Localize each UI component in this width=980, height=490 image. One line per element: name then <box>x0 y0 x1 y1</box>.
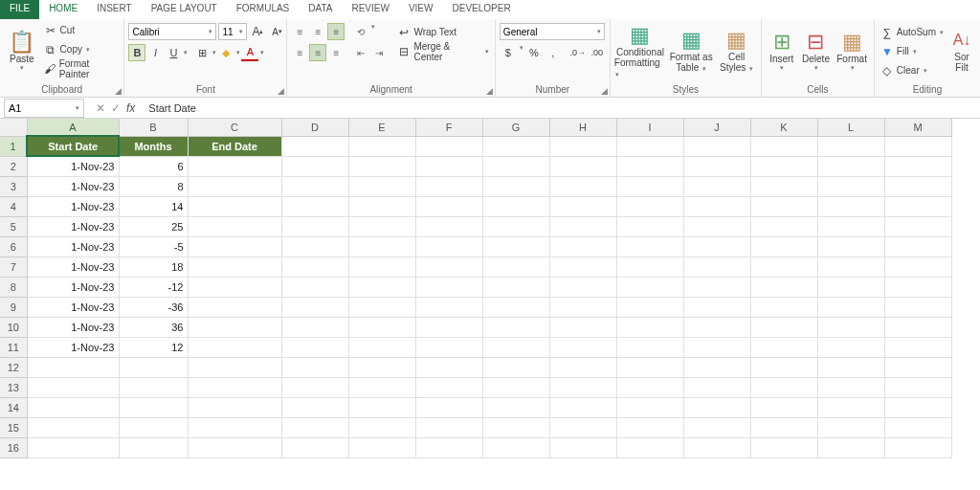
cell-J3[interactable] <box>683 176 750 196</box>
cell-E12[interactable] <box>348 357 415 377</box>
cell-L7[interactable] <box>817 256 884 277</box>
cell-H8[interactable] <box>549 277 616 297</box>
cell-I11[interactable] <box>616 337 683 357</box>
cell-A9[interactable]: 1-Nov-23 <box>27 297 119 317</box>
cancel-formula-icon[interactable]: ✕ <box>96 101 105 115</box>
cell-E7[interactable] <box>348 256 415 277</box>
cell-M2[interactable] <box>884 156 951 176</box>
cell-G2[interactable] <box>482 156 549 176</box>
cell-C15[interactable] <box>188 417 281 437</box>
cell-B9[interactable]: -36 <box>119 297 188 317</box>
cell-B1[interactable]: Months <box>119 136 188 156</box>
cell-H5[interactable] <box>549 216 616 236</box>
align-top-button[interactable]: ≡ <box>291 23 308 40</box>
cell-A3[interactable]: 1-Nov-23 <box>27 176 119 196</box>
cell-J15[interactable] <box>683 417 750 437</box>
align-right-button[interactable]: ≡ <box>327 44 345 61</box>
cell-D13[interactable] <box>281 377 348 397</box>
cell-K16[interactable] <box>750 437 817 457</box>
cell-D10[interactable] <box>281 317 348 337</box>
cell-H2[interactable] <box>549 156 616 176</box>
column-header-M[interactable]: M <box>884 119 951 136</box>
formula-input[interactable]: Start Date <box>143 100 980 116</box>
cell-B7[interactable]: 18 <box>119 256 188 277</box>
cell-C7[interactable] <box>188 256 281 277</box>
cell-I3[interactable] <box>616 176 683 196</box>
tab-file[interactable]: FILE <box>0 0 39 19</box>
cell-H13[interactable] <box>549 377 616 397</box>
cell-I14[interactable] <box>616 397 683 417</box>
cell-D9[interactable] <box>281 297 348 317</box>
cell-I13[interactable] <box>616 377 683 397</box>
cell-I5[interactable] <box>616 216 683 236</box>
percent-button[interactable]: % <box>525 44 543 61</box>
cell-F15[interactable] <box>415 417 482 437</box>
cell-C8[interactable] <box>188 277 281 297</box>
cell-H16[interactable] <box>549 437 616 457</box>
cell-F4[interactable] <box>415 196 482 216</box>
number-format-select[interactable]: General▾ <box>500 23 605 40</box>
row-header-7[interactable]: 7 <box>0 256 27 277</box>
cell-K11[interactable] <box>750 337 817 357</box>
column-header-G[interactable]: G <box>482 119 549 136</box>
fill-color-button[interactable]: ◆ <box>217 44 234 61</box>
cell-M11[interactable] <box>884 337 951 357</box>
cell-B3[interactable]: 8 <box>119 176 188 196</box>
column-header-E[interactable]: E <box>348 119 415 136</box>
column-header-D[interactable]: D <box>281 119 348 136</box>
cell-A6[interactable]: 1-Nov-23 <box>27 236 119 256</box>
cell-B4[interactable]: 14 <box>119 196 188 216</box>
cell-J1[interactable] <box>683 136 750 156</box>
cell-J13[interactable] <box>683 377 750 397</box>
cell-L2[interactable] <box>817 156 884 176</box>
grow-font-button[interactable]: A▴ <box>249 23 266 40</box>
tab-developer[interactable]: DEVELOPER <box>442 0 520 19</box>
cell-J8[interactable] <box>683 277 750 297</box>
cell-A15[interactable] <box>27 417 119 437</box>
cell-G6[interactable] <box>482 236 549 256</box>
cell-D6[interactable] <box>281 236 348 256</box>
cell-F6[interactable] <box>415 236 482 256</box>
cell-K13[interactable] <box>750 377 817 397</box>
cell-I10[interactable] <box>616 317 683 337</box>
align-center-button[interactable]: ≡ <box>309 44 326 61</box>
comma-button[interactable]: , <box>545 44 562 61</box>
cell-K12[interactable] <box>750 357 817 377</box>
cell-G10[interactable] <box>482 317 549 337</box>
cell-C12[interactable] <box>188 357 281 377</box>
cell-K2[interactable] <box>750 156 817 176</box>
cell-J10[interactable] <box>683 317 750 337</box>
cell-J16[interactable] <box>683 437 750 457</box>
row-header-11[interactable]: 11 <box>0 337 27 357</box>
cell-G7[interactable] <box>482 256 549 277</box>
row-header-10[interactable]: 10 <box>0 317 27 337</box>
cell-F1[interactable] <box>415 136 482 156</box>
cell-H15[interactable] <box>549 417 616 437</box>
cell-G4[interactable] <box>482 196 549 216</box>
row-header-14[interactable]: 14 <box>0 397 27 417</box>
cell-F12[interactable] <box>415 357 482 377</box>
cell-L6[interactable] <box>817 236 884 256</box>
cell-F5[interactable] <box>415 216 482 236</box>
cell-E6[interactable] <box>348 236 415 256</box>
cell-A4[interactable]: 1-Nov-23 <box>27 196 119 216</box>
cell-F8[interactable] <box>415 277 482 297</box>
shrink-font-button[interactable]: A▾ <box>268 23 285 40</box>
increase-decimal-button[interactable]: .0→ <box>569 44 587 61</box>
column-header-B[interactable]: B <box>119 119 188 136</box>
merge-center-button[interactable]: ⊟Merge & Center▾ <box>395 42 490 60</box>
cell-I16[interactable] <box>616 437 683 457</box>
cell-J6[interactable] <box>683 236 750 256</box>
format-cells-button[interactable]: ▦Format▾ <box>834 21 870 80</box>
cell-L8[interactable] <box>817 277 884 297</box>
cell-I8[interactable] <box>616 277 683 297</box>
row-header-6[interactable]: 6 <box>0 236 27 256</box>
cut-button[interactable]: ✂Cut <box>42 21 121 39</box>
cell-D3[interactable] <box>281 176 348 196</box>
border-button[interactable]: ⊞ <box>193 44 211 61</box>
tab-home[interactable]: HOME <box>39 0 87 19</box>
cell-M12[interactable] <box>884 357 951 377</box>
cell-A1[interactable]: Start Date <box>27 136 119 156</box>
row-header-9[interactable]: 9 <box>0 297 27 317</box>
cell-J14[interactable] <box>683 397 750 417</box>
